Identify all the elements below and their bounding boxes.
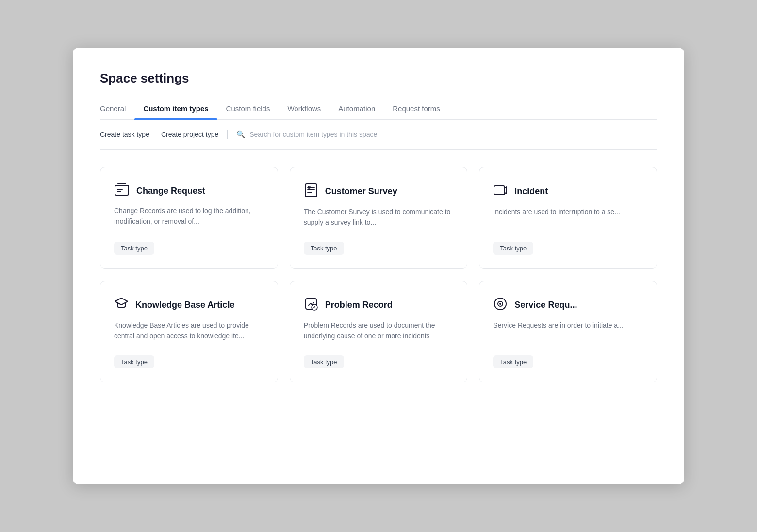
card-change-request-desc: Change Records are used to log the addit… [114,206,264,233]
customer-survey-icon [304,183,318,200]
card-header: Problem Record [304,297,454,314]
card-problem-record-title: Problem Record [325,300,393,310]
card-service-request[interactable]: Service Requ... Service Requests are in … [479,281,657,382]
card-knowledge-base-title: Knowledge Base Article [135,300,234,310]
svg-rect-3 [494,186,505,195]
svg-point-8 [499,303,501,305]
toolbar-divider [227,130,228,139]
tab-automation[interactable]: Automation [329,100,384,119]
card-incident-badge: Task type [493,242,533,255]
card-incident-title: Incident [514,186,548,197]
card-knowledge-base[interactable]: Knowledge Base Article Knowledge Base Ar… [100,281,278,382]
search-icon: 🔍 [236,130,246,139]
card-customer-survey-title: Customer Survey [325,186,397,197]
card-problem-record-desc: Problem Records are used to document the… [304,320,454,347]
card-service-request-title: Service Requ... [514,300,577,310]
change-request-icon [114,183,130,199]
card-customer-survey[interactable]: Customer Survey The Customer Survey is u… [290,167,468,269]
tab-custom-item-types[interactable]: Custom item types [134,100,217,119]
card-change-request[interactable]: Change Request Change Records are used t… [100,167,278,269]
card-change-request-badge: Task type [114,242,154,255]
card-incident[interactable]: Incident Incidents are used to interrupt… [479,167,657,269]
card-header: Incident [493,183,643,200]
card-service-request-desc: Service Requests are in order to initiat… [493,320,643,347]
tabs-nav: General Custom item types Custom fields … [100,100,657,120]
card-problem-record[interactable]: Problem Record Problem Records are used … [290,281,468,382]
tab-general[interactable]: General [100,100,134,119]
card-service-request-badge: Task type [493,355,533,368]
incident-icon [493,183,508,200]
create-task-type-button[interactable]: Create task type [100,129,149,140]
card-header: Knowledge Base Article [114,297,264,314]
svg-rect-0 [115,185,129,195]
tab-workflows[interactable]: Workflows [279,100,329,119]
problem-record-icon [304,297,318,314]
card-knowledge-base-desc: Knowledge Base Articles are used to prov… [114,320,264,347]
card-problem-record-badge: Task type [304,355,344,368]
card-change-request-title: Change Request [136,186,205,196]
cards-grid: Change Request Change Records are used t… [100,167,657,382]
card-header: Customer Survey [304,183,454,200]
card-customer-survey-desc: The Customer Survey is used to communica… [304,207,454,233]
card-knowledge-base-badge: Task type [114,355,154,368]
page-title: Space settings [100,71,657,86]
search-area[interactable]: 🔍 Search for custom item types in this s… [236,130,377,139]
card-customer-survey-badge: Task type [304,242,344,255]
card-header: Service Requ... [493,297,643,314]
toolbar: Create task type Create project type 🔍 S… [100,120,657,150]
tab-request-forms[interactable]: Request forms [384,100,449,119]
knowledge-base-icon [114,297,129,314]
create-project-type-button[interactable]: Create project type [161,129,218,140]
tab-custom-fields[interactable]: Custom fields [217,100,279,119]
main-window: Space settings General Custom item types… [73,48,684,484]
search-placeholder-text: Search for custom item types in this spa… [249,131,377,138]
card-header: Change Request [114,183,264,199]
card-incident-desc: Incidents are used to interruption to a … [493,207,643,233]
service-request-icon [493,297,508,314]
